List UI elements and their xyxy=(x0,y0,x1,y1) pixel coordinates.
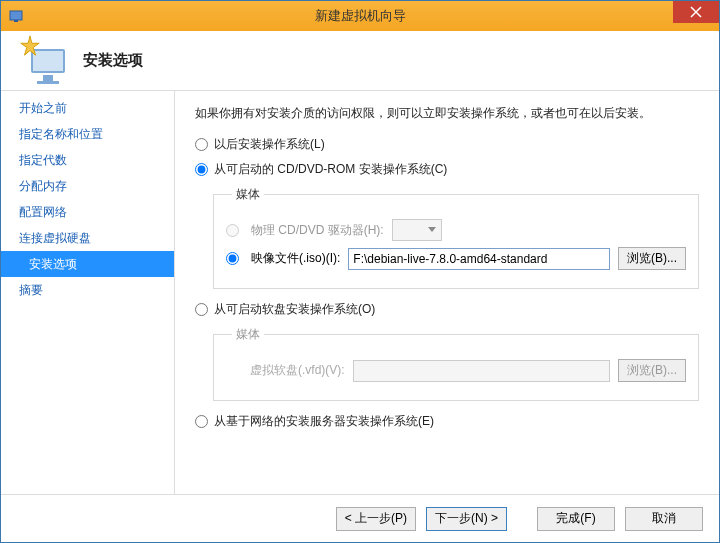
content-panel: 如果你拥有对安装介质的访问权限，则可以立即安装操作系统，或者也可在以后安装。 以… xyxy=(175,91,719,494)
radio-floppy[interactable] xyxy=(195,303,208,316)
browse-vfd-button: 浏览(B)... xyxy=(618,359,686,382)
media-fieldset: 媒体 物理 CD/DVD 驱动器(H): 映像文件(.iso)(I): 浏览(B… xyxy=(213,186,699,289)
sidebar-item-vhd[interactable]: 连接虚拟硬盘 xyxy=(1,225,174,251)
browse-iso-button[interactable]: 浏览(B)... xyxy=(618,247,686,270)
iso-row: 映像文件(.iso)(I): 浏览(B)... xyxy=(226,247,686,270)
svg-rect-1 xyxy=(14,20,18,22)
floppy-fieldset: 媒体 虚拟软盘(.vfd)(V): 浏览(B)... xyxy=(213,326,699,401)
vfd-path-input xyxy=(353,360,610,382)
svg-rect-0 xyxy=(10,11,22,20)
sidebar-item-install-options[interactable]: 安装选项 xyxy=(1,251,174,277)
intro-text: 如果你拥有对安装介质的访问权限，则可以立即安装操作系统，或者也可在以后安装。 xyxy=(195,105,699,122)
sidebar-item-summary[interactable]: 摘要 xyxy=(1,277,174,303)
titlebar: 新建虚拟机向导 xyxy=(1,1,719,31)
previous-button[interactable]: < 上一步(P) xyxy=(336,507,416,531)
window-title: 新建虚拟机向导 xyxy=(315,7,406,25)
radio-iso-label: 映像文件(.iso)(I): xyxy=(251,250,340,267)
vfd-row: 虚拟软盘(.vfd)(V): 浏览(B)... xyxy=(226,359,686,382)
radio-floppy-label: 从可启动软盘安装操作系统(O) xyxy=(214,301,375,318)
option-install-later-row: 以后安装操作系统(L) xyxy=(195,136,699,153)
sidebar-item-before-begin[interactable]: 开始之前 xyxy=(1,95,174,121)
next-button[interactable]: 下一步(N) > xyxy=(426,507,507,531)
radio-iso[interactable] xyxy=(226,252,239,265)
radio-physical-drive-label: 物理 CD/DVD 驱动器(H): xyxy=(251,222,384,239)
sidebar-item-name-location[interactable]: 指定名称和位置 xyxy=(1,121,174,147)
radio-cddvd-label: 从可启动的 CD/DVD-ROM 安装操作系统(C) xyxy=(214,161,447,178)
physical-drive-select xyxy=(392,219,442,241)
sidebar-item-generation[interactable]: 指定代数 xyxy=(1,147,174,173)
radio-physical-drive xyxy=(226,224,239,237)
floppy-legend: 媒体 xyxy=(232,326,264,343)
app-icon xyxy=(9,9,23,23)
page-title: 安装选项 xyxy=(83,51,143,70)
finish-button[interactable]: 完成(F) xyxy=(537,507,615,531)
wizard-header: 安装选项 xyxy=(1,31,719,91)
option-network-row: 从基于网络的安装服务器安装操作系统(E) xyxy=(195,413,699,430)
vfd-label: 虚拟软盘(.vfd)(V): xyxy=(250,362,345,379)
radio-cddvd[interactable] xyxy=(195,163,208,176)
footer: < 上一步(P) 下一步(N) > 完成(F) 取消 xyxy=(1,494,719,542)
physical-drive-row: 物理 CD/DVD 驱动器(H): xyxy=(226,219,686,241)
close-button[interactable] xyxy=(673,1,719,23)
iso-path-input[interactable] xyxy=(348,248,610,270)
radio-network[interactable] xyxy=(195,415,208,428)
radio-network-label: 从基于网络的安装服务器安装操作系统(E) xyxy=(214,413,434,430)
sidebar-item-memory[interactable]: 分配内存 xyxy=(1,173,174,199)
option-cddvd-row: 从可启动的 CD/DVD-ROM 安装操作系统(C) xyxy=(195,161,699,178)
media-legend: 媒体 xyxy=(232,186,264,203)
close-icon xyxy=(690,6,702,18)
chevron-down-icon xyxy=(428,227,436,232)
radio-install-later[interactable] xyxy=(195,138,208,151)
radio-install-later-label: 以后安装操作系统(L) xyxy=(214,136,325,153)
cancel-button[interactable]: 取消 xyxy=(625,507,703,531)
wizard-window: 新建虚拟机向导 安装选项 开始之前 指定名称和位置 指定代数 分配内存 配置网络… xyxy=(0,0,720,543)
sidebar: 开始之前 指定名称和位置 指定代数 分配内存 配置网络 连接虚拟硬盘 安装选项 … xyxy=(1,91,175,494)
svg-marker-2 xyxy=(21,35,39,54)
option-floppy-row: 从可启动软盘安装操作系统(O) xyxy=(195,301,699,318)
wizard-body: 开始之前 指定名称和位置 指定代数 分配内存 配置网络 连接虚拟硬盘 安装选项 … xyxy=(1,91,719,494)
sidebar-item-network[interactable]: 配置网络 xyxy=(1,199,174,225)
header-icon xyxy=(21,37,69,85)
